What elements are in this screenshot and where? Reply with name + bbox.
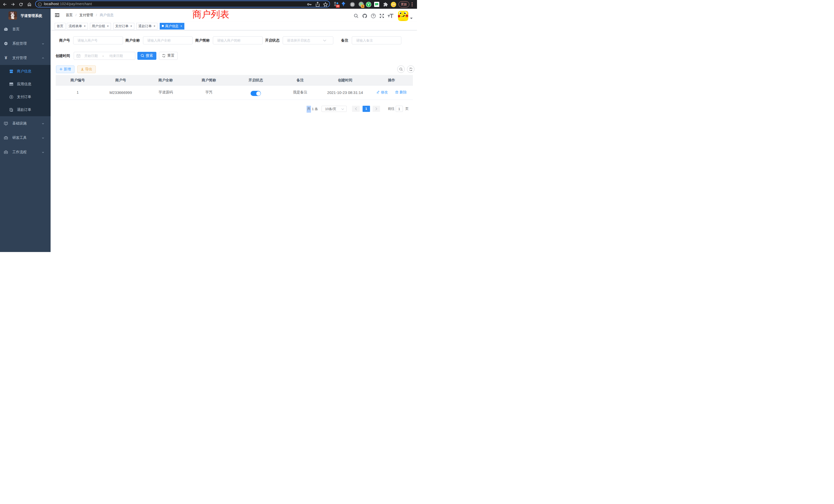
svg-text:¥: ¥ bbox=[10, 95, 12, 98]
